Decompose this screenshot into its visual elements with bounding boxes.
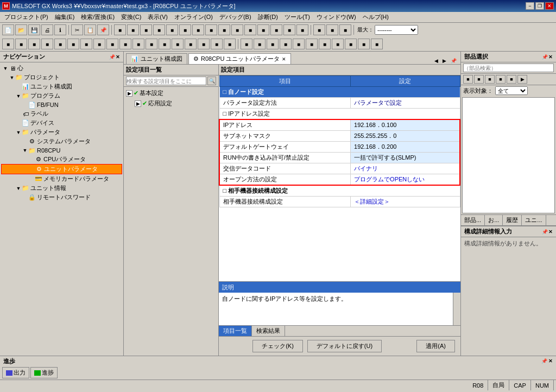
table-row[interactable]: デフォルトゲートウェイ 192.168．0.200: [219, 142, 460, 153]
tb18[interactable]: ■: [339, 24, 351, 35]
table-row[interactable]: パラメータ設定方法 パラメータで設定: [219, 98, 460, 109]
tb-r2-17[interactable]: ■: [211, 39, 223, 49]
table-row[interactable]: 相手機器接続構成設定 ＜詳細設定＞: [219, 197, 460, 207]
zoom-combo[interactable]: --------: [375, 25, 418, 35]
tree-label[interactable]: 🏷 ラベル: [1, 109, 122, 118]
tree-cpuparam[interactable]: ⚙ CPUパラメータ: [1, 155, 122, 164]
tree-program[interactable]: ▼ 📁 プログラム: [1, 91, 122, 100]
tb7[interactable]: ■: [192, 24, 204, 35]
part-tool-5[interactable]: ■: [507, 75, 516, 84]
menu-diag[interactable]: 診断(D): [255, 12, 281, 22]
tb2[interactable]: ■: [127, 24, 139, 35]
tb-r2-16[interactable]: ■: [198, 39, 210, 49]
part-tool-1[interactable]: ■: [463, 75, 473, 84]
table-row[interactable]: □ 相手機器接続構成設定: [219, 185, 460, 197]
tree-unitparam[interactable]: ⚙ ユニットパラメータ: [1, 164, 122, 174]
menu-help[interactable]: ヘルプ(H): [359, 12, 392, 22]
tb9[interactable]: ■: [218, 24, 230, 35]
row-value-7[interactable]: バイナリ: [351, 163, 460, 174]
tree-unit-config[interactable]: 📊 ユニット構成図: [1, 82, 122, 91]
copy-button[interactable]: 📋: [84, 24, 96, 35]
tb6[interactable]: ■: [179, 24, 191, 35]
part-tab-3[interactable]: 履歴: [503, 215, 522, 225]
progress-tab-progress[interactable]: 進捗: [30, 367, 58, 378]
tb5[interactable]: ■: [166, 24, 178, 35]
tb-r2-13[interactable]: ■: [159, 39, 170, 49]
tb16[interactable]: ■: [313, 24, 325, 35]
table-row[interactable]: サブネットマスク 255.255.255．0: [219, 131, 460, 142]
tb13[interactable]: ■: [270, 24, 282, 35]
tb14[interactable]: ■: [283, 24, 295, 35]
part-tab-2[interactable]: お...: [485, 215, 503, 225]
part-tab-1[interactable]: 部品...: [461, 215, 485, 225]
tab-unit-config[interactable]: 📊 ユニット構成図: [126, 53, 187, 64]
settings-advanced-label[interactable]: 応用設定: [148, 99, 172, 108]
expand-icon-2[interactable]: ▶: [135, 100, 141, 107]
tb-r2-10[interactable]: ■: [119, 39, 131, 49]
tb-r2-7[interactable]: ■: [80, 39, 92, 49]
tree-param[interactable]: ▼ 📁 パラメータ: [1, 128, 122, 137]
part-close-icon[interactable]: ✕: [548, 54, 553, 60]
tb-r2-27[interactable]: ■: [345, 39, 357, 49]
table-row[interactable]: IPアドレス 192.168．0.100: [219, 119, 460, 131]
print-button[interactable]: 🖨: [41, 24, 53, 35]
part-tab-4[interactable]: ユニ...: [522, 215, 546, 225]
tb-r2-9[interactable]: ■: [106, 39, 118, 49]
detail-pin-icon[interactable]: 📌: [542, 229, 548, 235]
menu-debug[interactable]: デバッグ(B): [216, 12, 255, 22]
settings-search-input[interactable]: [126, 77, 206, 85]
expand-icon-1[interactable]: ▶: [126, 90, 132, 97]
settings-basic-label[interactable]: 基本設定: [140, 89, 163, 97]
menu-online[interactable]: オンライン(O): [171, 12, 216, 22]
tb10[interactable]: ■: [231, 24, 243, 35]
tree-memoryparam[interactable]: 💳 メモリカードパラメータ: [1, 174, 122, 184]
part-display-combo[interactable]: 全て: [495, 86, 528, 95]
tb15[interactable]: ■: [296, 24, 308, 35]
detail-close-icon[interactable]: ✕: [548, 229, 553, 235]
tb-r2-19[interactable]: ■: [241, 39, 252, 49]
tb-r2-4[interactable]: ■: [41, 39, 53, 49]
tree-project[interactable]: ▼ 📁 プロジェクト: [1, 73, 122, 82]
tb-r2-6[interactable]: ■: [67, 39, 79, 49]
tab-unit-param[interactable]: ⚙ R08CPU ユニットパラメータ ✕: [188, 53, 291, 64]
tree-sysparam[interactable]: ⚙ システムパラメータ: [1, 137, 122, 146]
table-row[interactable]: オープン方法の設定 プログラムでOPENしない: [219, 174, 460, 186]
description-scrollbar[interactable]: [453, 293, 460, 325]
menu-tools[interactable]: ツール(T): [281, 12, 313, 22]
menu-edit[interactable]: 編集(E): [52, 12, 78, 22]
tree-unitinfo[interactable]: ▼ 📁 ユニット情報: [1, 184, 122, 193]
part-tool-3[interactable]: ■: [485, 75, 495, 84]
info-button[interactable]: ℹ: [54, 24, 66, 35]
tb-r2-12[interactable]: ■: [146, 39, 157, 49]
part-search-input[interactable]: [463, 64, 554, 72]
row-value-4[interactable]: 255.255.255．0: [351, 131, 460, 142]
tb-r2-25[interactable]: ■: [319, 39, 331, 49]
tb-r2-1[interactable]: ■: [2, 39, 14, 49]
tab-nav-next[interactable]: ▶: [441, 58, 448, 64]
tb-r2-29[interactable]: ■: [371, 39, 383, 49]
nav-pin-button[interactable]: 📌: [109, 54, 115, 60]
menu-project[interactable]: プロジェクト(P): [1, 12, 52, 22]
tb8[interactable]: ■: [205, 24, 217, 35]
tb-r2-20[interactable]: ■: [254, 39, 266, 49]
tb12[interactable]: ■: [257, 24, 269, 35]
row-value-9[interactable]: ＜詳細設定＞: [351, 197, 460, 207]
save-button[interactable]: 💾: [28, 24, 40, 35]
new-button[interactable]: 📄: [2, 24, 14, 35]
bottom-tab-item-list[interactable]: 項目一覧: [219, 326, 252, 336]
part-tool-2[interactable]: ■: [474, 75, 484, 84]
tb3[interactable]: ■: [140, 24, 152, 35]
apply-button[interactable]: 適用(A): [416, 340, 455, 352]
row-value-8[interactable]: プログラムでOPENしない: [351, 174, 460, 186]
progress-close-icon[interactable]: ✕: [548, 358, 553, 364]
tb17[interactable]: ■: [326, 24, 338, 35]
tab-close-button[interactable]: ✕: [282, 56, 286, 62]
restore-button[interactable]: ❐: [535, 2, 544, 10]
tb-r2-2[interactable]: ■: [15, 39, 27, 49]
tb-r2-14[interactable]: ■: [172, 39, 184, 49]
tb-r2-15[interactable]: ■: [185, 39, 197, 49]
table-row[interactable]: RUN中の書き込み許可/禁止設定 一括で許可する(SLMP): [219, 153, 460, 163]
part-tool-4[interactable]: ■: [496, 75, 506, 84]
bottom-tab-search-results[interactable]: 検索結果: [252, 326, 285, 336]
table-row[interactable]: □ IPアドレス設定: [219, 109, 460, 120]
